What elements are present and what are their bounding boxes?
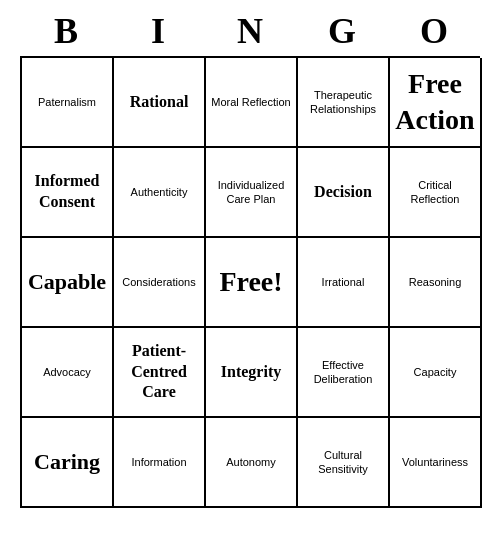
cell-text-3: Therapeutic Relationships — [302, 88, 384, 117]
table-row: Informed Consent — [22, 148, 114, 238]
cell-text-20: Caring — [34, 448, 100, 477]
table-row: Authenticity — [114, 148, 206, 238]
table-row: Caring — [22, 418, 114, 508]
table-row: Reasoning — [390, 238, 482, 328]
table-row: Irrational — [298, 238, 390, 328]
cell-text-0: Paternalism — [38, 95, 96, 109]
table-row: Paternalism — [22, 58, 114, 148]
cell-text-2: Moral Reflection — [211, 95, 290, 109]
letter-b: B — [20, 10, 112, 52]
cell-text-11: Considerations — [122, 275, 195, 289]
table-row: Integrity — [206, 328, 298, 418]
table-row: Free Action — [390, 58, 482, 148]
table-row: Decision — [298, 148, 390, 238]
cell-text-5: Informed Consent — [26, 171, 108, 213]
cell-text-15: Advocacy — [43, 365, 91, 379]
table-row: Information — [114, 418, 206, 508]
letter-g: G — [296, 10, 388, 52]
table-row: Capacity — [390, 328, 482, 418]
table-row: Individualized Care Plan — [206, 148, 298, 238]
table-row: Autonomy — [206, 418, 298, 508]
cell-text-18: Effective Deliberation — [302, 358, 384, 387]
table-row: Critical Reflection — [390, 148, 482, 238]
cell-text-4: Free Action — [394, 66, 476, 139]
cell-text-12: Free! — [219, 264, 282, 300]
table-row: Capable — [22, 238, 114, 328]
table-row: Voluntariness — [390, 418, 482, 508]
table-row: Free! — [206, 238, 298, 328]
cell-text-8: Decision — [314, 182, 372, 203]
cell-text-6: Authenticity — [131, 185, 188, 199]
cell-text-14: Reasoning — [409, 275, 462, 289]
letter-o: O — [388, 10, 480, 52]
cell-text-13: Irrational — [322, 275, 365, 289]
table-row: Considerations — [114, 238, 206, 328]
cell-text-24: Voluntariness — [402, 455, 468, 469]
table-row: Effective Deliberation — [298, 328, 390, 418]
bingo-header: B I N G O — [20, 10, 480, 52]
cell-text-23: Cultural Sensitivity — [302, 448, 384, 477]
cell-text-9: Critical Reflection — [394, 178, 476, 207]
cell-text-22: Autonomy — [226, 455, 276, 469]
table-row: Advocacy — [22, 328, 114, 418]
bingo-grid: PaternalismRationalMoral ReflectionThera… — [20, 56, 480, 508]
table-row: Cultural Sensitivity — [298, 418, 390, 508]
cell-text-16: Patient-Centred Care — [118, 341, 200, 403]
cell-text-10: Capable — [28, 268, 106, 297]
cell-text-19: Capacity — [414, 365, 457, 379]
cell-text-17: Integrity — [221, 362, 281, 383]
table-row: Moral Reflection — [206, 58, 298, 148]
letter-i: I — [112, 10, 204, 52]
cell-text-21: Information — [131, 455, 186, 469]
cell-text-7: Individualized Care Plan — [210, 178, 292, 207]
letter-n: N — [204, 10, 296, 52]
table-row: Rational — [114, 58, 206, 148]
cell-text-1: Rational — [130, 92, 189, 113]
table-row: Patient-Centred Care — [114, 328, 206, 418]
table-row: Therapeutic Relationships — [298, 58, 390, 148]
